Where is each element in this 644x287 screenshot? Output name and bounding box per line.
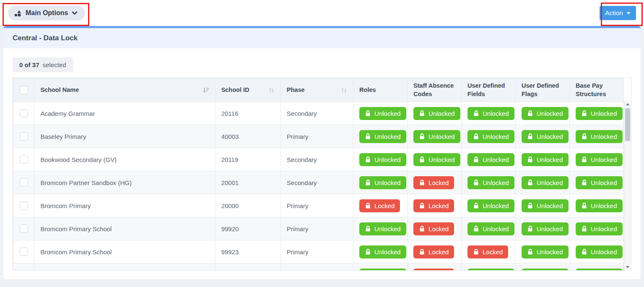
cell-school-id: 20001: [215, 171, 280, 194]
cell-select: [13, 148, 34, 171]
cell-phase: Primary: [280, 240, 353, 264]
lock-toggle-button-unlocked[interactable]: Unlocked: [359, 245, 406, 258]
cell-lock-staff-absence-codes: Locked: [408, 194, 462, 217]
data-lock-table: School NameSchool IDPhaseRolesStaff Abse…: [13, 78, 624, 271]
lock-toggle-button-locked[interactable]: Locked: [413, 176, 454, 189]
cell-select: [13, 171, 34, 194]
scroll-down-button[interactable]: [624, 264, 631, 270]
col-header-name[interactable]: School Name: [34, 78, 215, 102]
row-checkbox[interactable]: [20, 248, 28, 256]
row-checkbox[interactable]: [20, 132, 28, 141]
lock-toggle-button-unlocked[interactable]: Unlocked: [359, 107, 406, 120]
table-row: Baseley Primary40003PrimaryUnlockedUnloc…: [13, 125, 624, 148]
select-all-checkbox[interactable]: [20, 86, 28, 94]
lock-toggle-button-locked[interactable]: Locked: [413, 269, 454, 271]
unlock-icon: [365, 156, 371, 163]
cell-lock-user-defined-flags: Unlocked: [516, 240, 570, 264]
lock-toggle-button-unlocked[interactable]: Unlocked: [576, 153, 623, 166]
lock-toggle-button-unlocked[interactable]: Unlocked: [359, 130, 406, 143]
cell-lock-staff-absence-codes: Locked: [408, 217, 462, 240]
lock-toggle-button-locked[interactable]: Locked: [467, 245, 508, 258]
lock-toggle-button-unlocked[interactable]: Unlocked: [359, 222, 406, 235]
table-row: Academy Grammar20116SecondaryUnlockedUnl…: [13, 102, 624, 125]
cell-school-name: Bromcom Primary: [34, 194, 215, 217]
lock-toggle-button-unlocked[interactable]: Unlocked: [522, 107, 569, 120]
cell-lock-base-pay-structures: Unlocked: [569, 171, 623, 194]
shapes-icon: [14, 10, 22, 17]
triangle-down-icon: [626, 266, 629, 268]
col-header-phase[interactable]: Phase: [280, 78, 353, 102]
scrollbar-thumb[interactable]: [625, 108, 630, 141]
cell-lock-base-pay-structures: Unlocked: [569, 102, 623, 125]
lock-state-label: Unlocked: [591, 133, 617, 140]
cell-school-name: Bromcom Primary School: [34, 240, 215, 264]
column-label: User Defined Fields: [467, 82, 509, 98]
cell-lock-staff-absence-codes: Unlocked: [408, 125, 462, 148]
lock-toggle-button-unlocked[interactable]: Unlocked: [522, 153, 569, 166]
lock-toggle-button-unlocked[interactable]: Unlocked: [413, 107, 460, 120]
lock-toggle-button-locked[interactable]: Locked: [413, 222, 454, 235]
unlock-icon: [527, 225, 533, 232]
row-checkbox[interactable]: [20, 178, 28, 187]
row-checkbox[interactable]: [20, 224, 28, 233]
row-checkbox[interactable]: [20, 201, 28, 210]
lock-toggle-button-unlocked[interactable]: Unlocked: [467, 222, 514, 235]
lock-toggle-button-unlocked[interactable]: Unlocked: [359, 153, 406, 166]
lock-toggle-button-unlocked[interactable]: Unlocked: [413, 130, 460, 143]
lock-toggle-button-locked[interactable]: Locked: [413, 199, 454, 212]
unlock-icon: [581, 248, 587, 255]
lock-toggle-button-unlocked[interactable]: Unlocked: [467, 176, 514, 189]
vertical-scrollbar[interactable]: [624, 101, 631, 271]
lock-state-label: Unlocked: [374, 156, 401, 163]
lock-toggle-button-unlocked[interactable]: Unlocked: [576, 269, 623, 271]
lock-toggle-button-unlocked[interactable]: Unlocked: [413, 153, 460, 166]
column-label: School Name: [40, 86, 79, 94]
main-options-label: Main Options: [26, 9, 68, 17]
lock-toggle-button-unlocked[interactable]: Unlocked: [576, 107, 623, 120]
unlock-icon: [527, 202, 533, 209]
action-button[interactable]: Action: [600, 6, 636, 20]
cell-lock-staff-absence-codes: Unlocked: [408, 148, 462, 171]
lock-toggle-button-unlocked[interactable]: Unlocked: [467, 130, 514, 143]
lock-toggle-button-unlocked[interactable]: Unlocked: [467, 107, 514, 120]
lock-state-label: Locked: [483, 248, 503, 256]
lock-toggle-button-locked[interactable]: Locked: [359, 199, 400, 212]
lock-state-label: Unlocked: [591, 202, 617, 209]
scroll-up-button[interactable]: [624, 101, 631, 107]
lock-toggle-button-unlocked[interactable]: Unlocked: [467, 269, 514, 271]
cell-lock-user-defined-flags: Unlocked: [516, 217, 570, 240]
cell-school-id: 99923: [215, 240, 280, 264]
unlock-icon: [527, 133, 533, 140]
col-header-select-all[interactable]: [13, 78, 34, 102]
lock-toggle-button-unlocked[interactable]: Unlocked: [522, 176, 569, 189]
unlock-icon: [581, 156, 587, 163]
unlock-icon: [581, 133, 587, 140]
lock-toggle-button-unlocked[interactable]: Unlocked: [522, 269, 569, 271]
cell-lock-roles: Unlocked: [353, 102, 408, 125]
lock-toggle-button-unlocked[interactable]: Unlocked: [576, 222, 623, 235]
lock-state-label: Unlocked: [483, 133, 509, 140]
lock-toggle-button-unlocked[interactable]: Unlocked: [576, 176, 623, 189]
unlock-icon: [581, 110, 587, 117]
lock-toggle-button-unlocked[interactable]: Unlocked: [359, 176, 406, 189]
row-checkbox[interactable]: [20, 155, 28, 164]
row-checkbox[interactable]: [20, 109, 28, 117]
lock-toggle-button-unlocked[interactable]: Unlocked: [522, 130, 569, 143]
lock-toggle-button-unlocked[interactable]: Unlocked: [522, 222, 569, 235]
cell-lock-staff-absence-codes: Locked: [408, 264, 462, 271]
lock-toggle-button-unlocked[interactable]: Unlocked: [576, 199, 623, 212]
lock-toggle-button-unlocked[interactable]: Unlocked: [576, 130, 623, 143]
col-header-user-defined-fields: User Defined Fields: [462, 78, 516, 102]
lock-toggle-button-unlocked[interactable]: Unlocked: [467, 199, 514, 212]
lock-icon: [419, 179, 425, 186]
lock-toggle-button-unlocked[interactable]: Unlocked: [359, 269, 406, 271]
lock-toggle-button-locked[interactable]: Locked: [413, 245, 454, 258]
col-header-id[interactable]: School ID: [215, 78, 280, 102]
cell-school-id: 40003: [215, 125, 280, 148]
lock-toggle-button-unlocked[interactable]: Unlocked: [522, 245, 569, 258]
lock-toggle-button-unlocked[interactable]: Unlocked: [522, 199, 569, 212]
lock-toggle-button-unlocked[interactable]: Unlocked: [467, 153, 514, 166]
main-options-button[interactable]: Main Options: [8, 5, 85, 21]
cell-lock-base-pay-structures: Unlocked: [569, 264, 623, 271]
lock-toggle-button-unlocked[interactable]: Unlocked: [576, 245, 623, 258]
